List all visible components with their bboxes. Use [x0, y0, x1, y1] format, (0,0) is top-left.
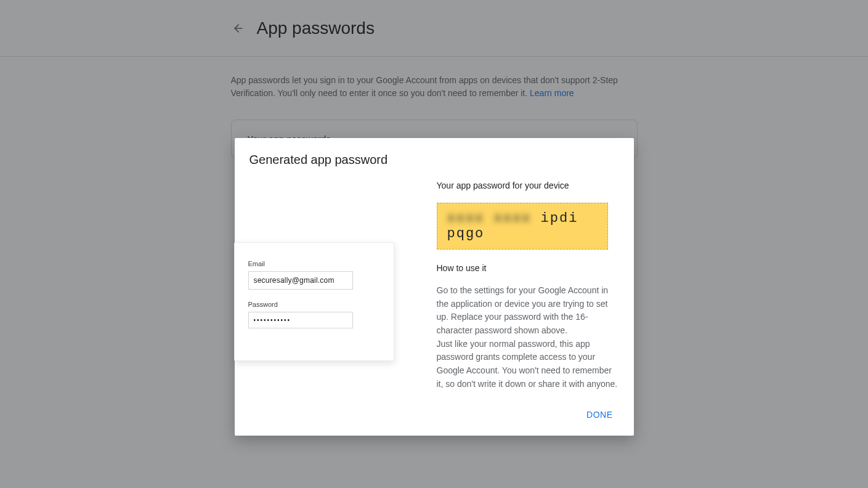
example-email-field	[248, 271, 353, 290]
howto-paragraph-2: Just like your normal password, this app…	[437, 339, 618, 389]
example-login-card: Email Password	[234, 242, 394, 361]
example-illustration: Email Password	[249, 181, 422, 391]
generated-password-dialog: Generated app password Email Password Yo…	[235, 138, 634, 436]
generated-password[interactable]: xxxx xxxx ipdi pqgo	[437, 203, 608, 250]
done-button[interactable]: DONE	[580, 405, 619, 425]
password-blurred-part: xxxx xxxx	[447, 211, 532, 226]
example-password-label: Password	[248, 301, 380, 308]
example-password-field	[248, 312, 353, 328]
device-label: Your app password for your device	[437, 181, 619, 190]
example-email-label: Email	[248, 260, 380, 267]
dialog-title: Generated app password	[249, 153, 619, 167]
howto-heading: How to use it	[437, 263, 619, 273]
howto-paragraph-1: Go to the settings for your Google Accou…	[437, 285, 609, 335]
howto-text: Go to the settings for your Google Accou…	[437, 284, 619, 391]
